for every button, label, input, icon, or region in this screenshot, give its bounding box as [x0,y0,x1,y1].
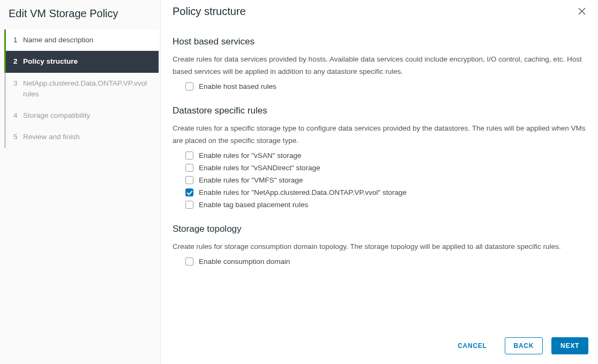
dialog-footer: CANCEL BACK NEXT [161,330,598,364]
checkbox-enable-netapp-vvol-storage[interactable]: Enable rules for "NetApp.clustered.Data.… [185,188,586,196]
checkbox-enable-vsandirect-storage[interactable]: Enable rules for "vSANDirect" storage [185,164,586,172]
step-policy-structure[interactable]: 2 Policy structure [4,51,159,72]
checkbox-icon [185,82,193,90]
wizard-sidebar: Edit VM Storage Policy 1 Name and descri… [0,0,161,364]
section-heading: Datastore specific rules [173,105,586,116]
section-host-based-services: Host based services Create rules for dat… [173,36,586,90]
edit-vm-storage-policy-dialog: Edit VM Storage Policy 1 Name and descri… [0,0,598,364]
checkbox-enable-host-based-rules[interactable]: Enable host based rules [185,82,586,90]
step-name-and-description[interactable]: 1 Name and description [4,29,159,51]
step-label: Name and description [23,35,151,46]
section-datastore-specific-rules: Datastore specific rules Create rules fo… [173,105,586,209]
checkbox-enable-consumption-domain[interactable]: Enable consumption domain [185,257,586,266]
section-heading: Host based services [173,36,586,47]
step-number: 5 [13,132,23,142]
main-panel: Policy structure Host based services Cre… [161,0,598,364]
section-description: Create rules for a specific storage type… [173,123,586,147]
page-title: Policy structure [173,5,246,18]
close-icon[interactable] [574,5,586,18]
wizard-title: Edit VM Storage Policy [0,5,160,29]
step-label: Review and finish [23,132,151,142]
checkbox-label: Enable consumption domain [199,257,290,266]
step-review-and-finish[interactable]: 5 Review and finish [4,126,159,148]
back-button[interactable]: BACK [505,337,543,354]
cancel-button[interactable]: CANCEL [448,337,496,354]
section-storage-topology: Storage topology Create rules for storag… [173,224,586,266]
step-netapp-vvol-rules[interactable]: 3 NetApp.clustered.Data.ONTAP.VP.vvol ru… [4,73,159,105]
checkbox-icon [185,257,193,266]
checkbox-icon [185,176,193,184]
step-number: 1 [13,35,23,46]
checkbox-label: Enable rules for "vSANDirect" storage [199,164,320,172]
checkbox-enable-tag-based-placement[interactable]: Enable tag based placement rules [185,201,586,209]
section-description: Create rules for storage consumption dom… [173,241,586,253]
section-description: Create rules for data services provided … [173,54,586,78]
checkbox-label: Enable rules for "VMFS" storage [199,176,303,184]
checkbox-icon [185,188,193,196]
main-header: Policy structure [161,0,598,18]
checkbox-icon [185,164,193,172]
checkbox-enable-vmfs-storage[interactable]: Enable rules for "VMFS" storage [185,176,586,184]
step-number: 4 [13,110,23,121]
topology-options: Enable consumption domain [173,257,586,266]
datastore-options: Enable rules for "vSAN" storage Enable r… [173,151,586,209]
section-heading: Storage topology [173,224,586,234]
step-label: Storage compatibility [23,110,151,121]
close-icon-svg [578,7,586,16]
step-number: 2 [13,56,23,67]
step-number: 3 [13,78,23,89]
host-options: Enable host based rules [173,82,586,90]
checkbox-label: Enable tag based placement rules [199,201,308,209]
content-area: Host based services Create rules for dat… [161,18,598,330]
next-button[interactable]: NEXT [551,337,588,354]
wizard-steps: 1 Name and description 2 Policy structur… [4,29,160,148]
checkbox-label: Enable host based rules [199,82,276,90]
step-label: Policy structure [23,56,151,67]
step-storage-compatibility[interactable]: 4 Storage compatibility [4,105,159,126]
checkbox-icon [185,201,193,209]
step-label: NetApp.clustered.Data.ONTAP.VP.vvol rule… [23,78,151,100]
checkbox-icon [185,151,193,160]
checkbox-label: Enable rules for "NetApp.clustered.Data.… [199,188,407,196]
checkbox-enable-vsan-storage[interactable]: Enable rules for "vSAN" storage [185,151,586,160]
checkbox-label: Enable rules for "vSAN" storage [199,151,301,160]
